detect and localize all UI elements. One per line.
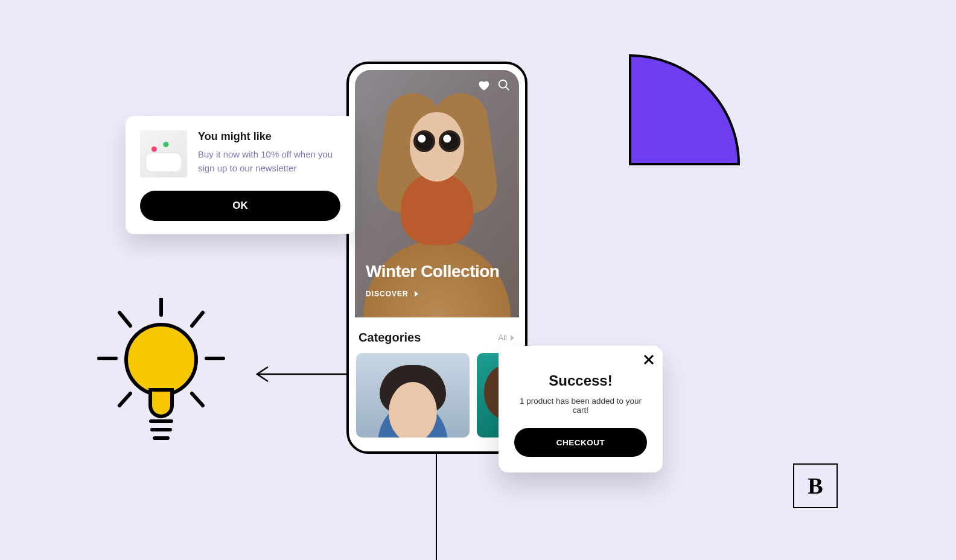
- hero-banner[interactable]: Winter Collection DISCOVER: [355, 70, 519, 317]
- brand-logo-letter: B: [808, 472, 823, 499]
- suggestion-card: You might like Buy it now with 10% off w…: [126, 116, 355, 234]
- product-thumbnail: [140, 130, 187, 177]
- svg-line-5: [119, 393, 130, 406]
- brand-logo: B: [793, 463, 838, 508]
- checkout-button[interactable]: CHECKOUT: [514, 428, 647, 457]
- svg-line-1: [119, 313, 130, 326]
- chevron-right-icon: [509, 335, 515, 341]
- hero-title: Winter Collection: [366, 262, 499, 281]
- discover-label: DISCOVER: [366, 290, 409, 298]
- svg-point-7: [126, 325, 196, 395]
- ok-button[interactable]: OK: [140, 191, 340, 221]
- svg-line-6: [192, 393, 203, 406]
- decor-quarter-shape: [628, 52, 742, 167]
- connector-line: [436, 453, 437, 560]
- favorites-icon[interactable]: [477, 78, 490, 94]
- success-title: Success!: [512, 372, 649, 389]
- categories-heading: Categories: [358, 331, 421, 345]
- search-icon[interactable]: [497, 78, 511, 94]
- arrow-left-icon: [253, 366, 350, 385]
- close-icon[interactable]: [643, 354, 654, 368]
- category-card[interactable]: [356, 353, 470, 438]
- suggestion-body: Buy it now with 10% off when you sign up…: [198, 148, 340, 175]
- lightbulb-icon: [97, 298, 226, 455]
- categories-all-link[interactable]: All: [499, 333, 515, 342]
- success-message: 1 product has been added to your cart!: [512, 396, 649, 415]
- success-card: Success! 1 product has been added to you…: [499, 346, 663, 472]
- discover-link[interactable]: DISCOVER: [366, 290, 419, 298]
- chevron-right-icon: [413, 291, 419, 297]
- svg-line-2: [192, 313, 203, 326]
- suggestion-title: You might like: [198, 130, 340, 143]
- categories-all-label: All: [499, 333, 507, 342]
